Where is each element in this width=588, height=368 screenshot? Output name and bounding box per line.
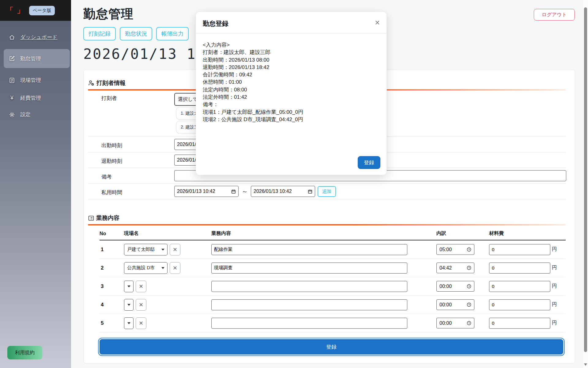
time-breakdown-input[interactable]: 05:00 [436,244,474,255]
modal-header: 勤怠登録 × [196,12,386,34]
sidebar-header: 「 」 ベータ版 [0,0,71,21]
task-input[interactable] [211,244,407,255]
page-scrollbar[interactable] [583,0,588,368]
col-header-site: 現場名 [124,230,211,237]
col-header-task: 業務内容 [211,230,436,237]
work-row: 3 ✕ 00:00 円 [100,277,566,296]
time-breakdown-input[interactable]: 00:00 [436,281,474,292]
modal-line: 休憩時間：01:00 [203,79,380,86]
modal-line: 備考： [203,101,380,108]
site-select[interactable] [124,317,134,329]
site-select[interactable]: 戸建て太郎邸 [124,244,168,255]
col-header-time: 内訳 [436,230,489,237]
yen-suffix: 円 [552,283,557,289]
material-cost-input[interactable] [489,244,550,255]
row-number: 2 [100,265,124,271]
sidebar-item-label: 勤怠管理 [20,55,41,62]
caret-down-icon [161,267,164,269]
clock-icon [467,266,471,270]
remove-site-button[interactable]: ✕ [136,317,146,329]
work-row: 2 公共施設 D市 ✕ 04:42 円 [100,259,566,277]
sidebar-item-attendance[interactable]: 勤怠管理 [4,49,70,68]
section-accent-bar [88,224,566,225]
modal-submit-button[interactable]: 登録 [358,156,380,169]
col-header-no: No [100,231,124,236]
work-row: 1 戸建て太郎邸 ✕ 05:00 円 [100,240,566,259]
caret-down-icon [127,286,130,287]
journal-icon [9,77,15,84]
sidebar-item-expense[interactable]: ¥ 経費管理 [4,93,70,103]
row-number: 4 [100,302,124,308]
site-select[interactable]: 公共施設 D市 [124,262,168,274]
row-number: 1 [100,247,124,253]
material-cost-input[interactable] [489,263,550,274]
modal-line: 現場2：公共施設 D市_現場調査_04:42_0円 [203,116,380,123]
tab-attendance-status[interactable]: 勤怠状況 [120,27,152,40]
site-select[interactable] [124,281,134,292]
sidebar-item-settings[interactable]: 設定 [4,109,70,120]
modal-line: 合計労働時間：09:42 [203,71,380,79]
material-cost-input[interactable] [489,281,550,292]
remove-site-button[interactable]: ✕ [170,262,180,274]
stamper-label: 打刻者 [101,93,174,102]
sidebar-item-site[interactable]: 現場管理 [4,75,70,86]
modal-body: <入力内容> 打刻者：建設太郎、建設三郎 出勤時間：2026/01/13 08:… [196,34,386,156]
stamper-section-title: 打刻者情報 [96,79,126,87]
task-input[interactable] [211,263,407,274]
clock-icon [467,247,471,252]
work-table: No 現場名 業務内容 内訳 材料費 1 戸建て太郎邸 ✕ [100,230,566,332]
task-input[interactable] [211,318,407,329]
time-value: 04:42 [439,265,452,271]
yen-suffix: 円 [552,265,557,271]
private-time-row: 私用時間 2026/01/13 10:42 ～ 2026/01/13 10:42… [88,184,566,199]
sidebar-item-label: 経費管理 [20,94,41,102]
tab-ledger-export[interactable]: 帳簿出力 [156,27,189,40]
logout-button[interactable]: ログアウト [534,9,575,21]
yen-suffix: 円 [552,301,557,308]
time-breakdown-input[interactable]: 00:00 [436,299,474,310]
tab-stamp-record[interactable]: 打刻記録 [83,27,116,40]
private-time-from-input[interactable]: 2026/01/13 10:42 [174,186,239,197]
scrollbar-thumb[interactable] [584,7,587,352]
add-private-time-button[interactable]: 追加 [318,186,336,197]
work-row: 5 ✕ 00:00 円 [100,314,566,332]
scroll-down-icon[interactable] [584,363,587,366]
private-time-to-input[interactable]: 2026/01/13 10:42 [251,186,315,197]
site-select[interactable] [124,299,134,311]
sidebar-item-dashboard[interactable]: ダッシュボード [4,32,70,43]
work-row: 4 ✕ 00:00 円 [100,296,566,314]
sidebar-item-label: ダッシュボード [20,34,57,41]
modal-line: 現場1：戸建て太郎邸_配線作業_05:00_0円 [203,109,380,116]
caret-down-icon [127,322,130,324]
time-breakdown-input[interactable]: 04:42 [436,263,474,273]
task-input[interactable] [211,299,407,310]
home-icon [9,34,15,41]
time-value: 05:00 [439,247,452,252]
private-time-label: 私用時間 [101,187,174,196]
beta-badge: ベータ版 [29,6,55,15]
card-list-icon [88,215,94,221]
modal-footer: 登録 [196,156,386,175]
row-number: 3 [100,283,124,289]
remove-site-button[interactable]: ✕ [170,244,180,255]
private-time-to-value: 2026/01/13 10:42 [254,189,292,194]
private-time-from-value: 2026/01/13 10:42 [177,189,215,194]
task-input[interactable] [211,281,407,292]
submit-button[interactable]: 登録 [100,339,563,355]
clock-icon [467,321,471,325]
material-cost-input[interactable] [489,299,550,310]
modal-close-button[interactable]: × [375,19,380,27]
time-breakdown-input[interactable]: 00:00 [436,318,474,328]
remove-site-button[interactable]: ✕ [136,281,146,292]
remove-site-button[interactable]: ✕ [136,299,146,311]
clock-icon [467,284,471,289]
site-select-value: 戸建て太郎邸 [127,247,155,252]
person-check-icon [88,80,95,86]
caret-down-icon [127,304,130,306]
material-cost-input[interactable] [489,318,550,329]
time-value: 00:00 [439,302,452,308]
time-value: 00:00 [439,284,452,289]
terms-button[interactable]: 利用規約 [7,346,42,359]
sidebar: 「 」 ベータ版 ダッシュボード 勤怠管理 現場管理 ¥ 経費管理 設定 利用規… [0,0,71,368]
note-label: 備考 [101,171,174,180]
